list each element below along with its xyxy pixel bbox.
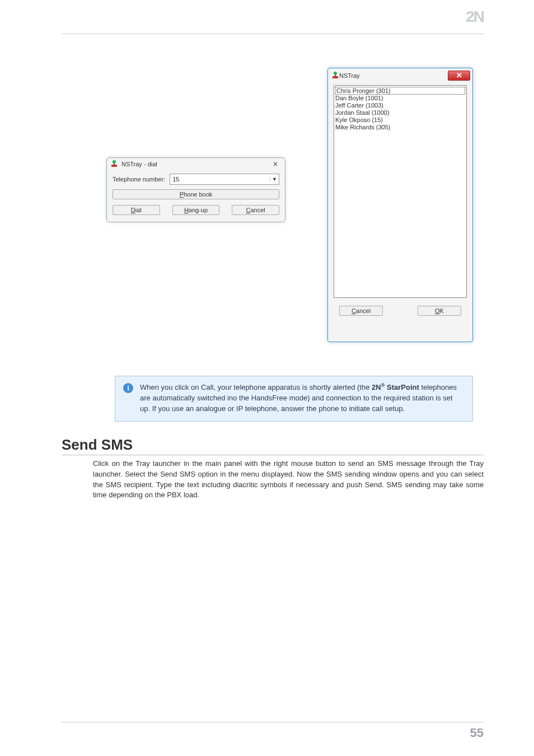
dial-dialog-title: NSTray - dial xyxy=(121,161,157,167)
dial-button[interactable]: Dial xyxy=(113,205,160,215)
list-item[interactable]: Jordan Staal (1000) xyxy=(335,109,465,116)
info-callout: i When you click on Call, your telephone… xyxy=(115,376,473,422)
list-item[interactable]: Chris Pronger (301) xyxy=(335,87,465,95)
app-icon xyxy=(331,72,339,80)
telephone-number-value: 15 xyxy=(170,176,270,183)
svg-point-5 xyxy=(334,72,337,75)
close-icon[interactable]: ✕ xyxy=(269,160,282,168)
info-icon: i xyxy=(123,383,133,393)
screenshots-figure: NSTray - dial ✕ Telephone number: 15 ▼ P… xyxy=(62,68,484,365)
section-heading-send-sms: Send SMS xyxy=(62,436,484,455)
close-icon[interactable]: ✕ xyxy=(448,71,470,81)
cancel-button[interactable]: Cancel xyxy=(232,205,279,215)
dial-dialog: NSTray - dial ✕ Telephone number: 15 ▼ P… xyxy=(106,157,285,222)
header-rule xyxy=(62,34,484,34)
telephone-number-label: Telephone number: xyxy=(113,176,165,183)
hangup-button[interactable]: Hang-up xyxy=(172,205,220,215)
callout-text: When you click on Call, your telephone a… xyxy=(140,382,465,414)
list-item[interactable]: Kyle Okposo (15) xyxy=(335,116,465,124)
app-icon xyxy=(110,160,118,168)
svg-rect-3 xyxy=(332,76,338,78)
list-item[interactable]: Dan Boyle (1001) xyxy=(335,95,465,102)
brand-logo: 2N xyxy=(466,8,484,26)
telephone-number-combobox[interactable]: 15 ▼ xyxy=(170,174,279,185)
dial-dialog-titlebar: NSTray - dial ✕ xyxy=(107,158,285,171)
phonebook-titlebar: NSTray ✕ xyxy=(328,68,472,84)
phonebook-ok-button[interactable]: OK xyxy=(418,306,461,316)
phonebook-listbox[interactable]: Chris Pronger (301) Dan Boyle (1001) Jef… xyxy=(334,85,467,298)
phonebook-title: NSTray xyxy=(339,72,360,79)
phonebook-dialog: NSTray ✕ Chris Pronger (301) Dan Boyle (… xyxy=(327,68,473,342)
page-number: 55 xyxy=(470,726,484,740)
phonebook-cancel-button[interactable]: Cancel xyxy=(339,306,383,316)
svg-rect-0 xyxy=(111,165,117,167)
page-footer: 55 xyxy=(62,722,484,740)
svg-point-2 xyxy=(113,160,116,164)
section-body-text: Click on the Tray launcher in the main p… xyxy=(93,459,484,501)
chevron-down-icon[interactable]: ▼ xyxy=(270,176,279,182)
list-item[interactable]: Jeff Carter (1003) xyxy=(335,102,465,109)
list-item[interactable]: Mike Richards (305) xyxy=(335,124,465,131)
phonebook-button[interactable]: Phone book xyxy=(113,189,279,199)
